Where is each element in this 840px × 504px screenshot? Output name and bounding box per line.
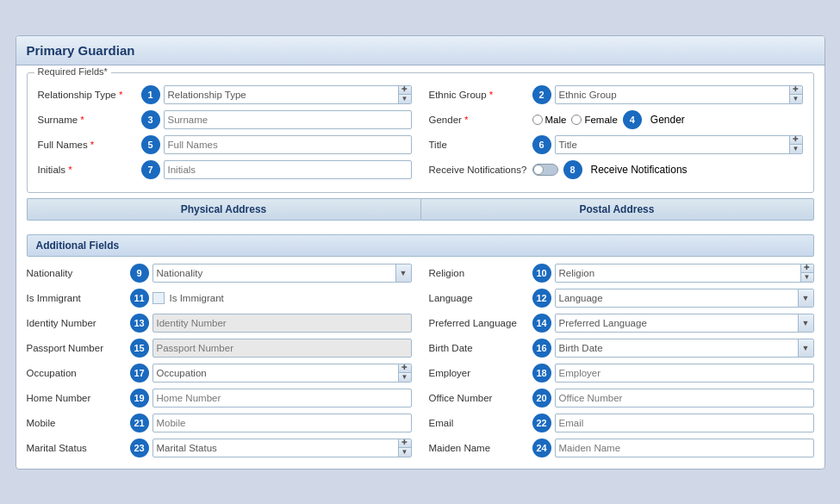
preferred-language-label: Preferred Language bbox=[429, 318, 532, 328]
is-immigrant-value: Is Immigrant bbox=[170, 293, 224, 303]
required-left-col: Relationship Type * 1 Relationship Type … bbox=[38, 84, 412, 184]
religion-dropdown[interactable]: Religion ✚ ▼ bbox=[555, 264, 814, 283]
initials-control[interactable]: 7 bbox=[141, 160, 412, 179]
gender-male-option[interactable]: Male bbox=[532, 115, 567, 125]
receive-notifications-toggle[interactable] bbox=[532, 164, 558, 176]
surname-row: Surname * 3 bbox=[38, 109, 412, 131]
occupation-add-btn[interactable]: ✚ bbox=[399, 364, 411, 374]
title-arrow-btn[interactable]: ▼ bbox=[790, 145, 802, 153]
badge-23: 23 bbox=[130, 439, 149, 457]
title-value: Title bbox=[556, 138, 789, 152]
language-dropdown[interactable]: Language ▼ bbox=[555, 289, 814, 308]
birth-date-control[interactable]: 16 Birth Date ▼ bbox=[532, 339, 814, 358]
preferred-language-dropdown[interactable]: Preferred Language ▼ bbox=[555, 314, 814, 333]
office-number-label: Office Number bbox=[429, 393, 532, 403]
badge-10: 10 bbox=[532, 264, 551, 283]
surname-control[interactable]: 3 bbox=[141, 110, 412, 129]
relationship-type-arrow-btn[interactable]: ▼ bbox=[399, 95, 411, 103]
birth-date-dropdown[interactable]: Birth Date ▼ bbox=[555, 339, 814, 358]
marital-status-add-btn[interactable]: ✚ bbox=[399, 439, 411, 449]
badge-7: 7 bbox=[141, 160, 160, 179]
employer-input[interactable] bbox=[555, 364, 814, 383]
postal-address-btn[interactable]: Postal Address bbox=[420, 198, 814, 221]
occupation-dd-btns: ✚ ▼ bbox=[398, 364, 411, 382]
nationality-dropdown[interactable]: Nationality ▼ bbox=[152, 264, 412, 283]
additional-fields-header: Additional Fields bbox=[27, 234, 814, 257]
religion-value: Religion bbox=[556, 266, 800, 280]
ethnic-group-row: Ethnic Group * 2 Ethnic Group ✚ ▼ bbox=[429, 84, 803, 106]
home-number-label: Home Number bbox=[27, 393, 130, 403]
birth-date-arrow[interactable]: ▼ bbox=[798, 339, 813, 357]
language-label: Language bbox=[429, 293, 532, 303]
is-immigrant-checkbox[interactable] bbox=[152, 292, 165, 304]
occupation-label: Occupation bbox=[27, 368, 130, 378]
badge-6: 6 bbox=[532, 135, 551, 154]
home-number-control[interactable]: 19 bbox=[130, 389, 412, 408]
maiden-name-control[interactable]: 24 bbox=[532, 439, 814, 457]
identity-number-control[interactable]: 13 bbox=[130, 314, 412, 333]
office-number-input[interactable] bbox=[555, 389, 814, 408]
gender-female-radio[interactable] bbox=[571, 115, 582, 125]
mobile-control[interactable]: 21 bbox=[130, 414, 412, 432]
nationality-control[interactable]: 9 Nationality ▼ bbox=[130, 264, 412, 283]
initials-input[interactable] bbox=[164, 160, 412, 179]
religion-control[interactable]: 10 Religion ✚ ▼ bbox=[532, 264, 814, 283]
identity-number-input[interactable] bbox=[152, 314, 412, 333]
additional-right-col: Religion 10 Religion ✚ ▼ L bbox=[429, 262, 814, 462]
preferred-language-row: Preferred Language 14 Preferred Language… bbox=[429, 312, 814, 334]
surname-input[interactable] bbox=[164, 110, 412, 129]
full-names-input[interactable] bbox=[164, 135, 412, 154]
receive-notifications-row: Receive Notifications? 8 Receive Notific… bbox=[429, 159, 803, 181]
nationality-arrow[interactable]: ▼ bbox=[395, 264, 411, 282]
identity-number-row: Identity Number 13 bbox=[27, 312, 412, 334]
marital-status-arrow-btn[interactable]: ▼ bbox=[399, 448, 411, 457]
preferred-language-arrow[interactable]: ▼ bbox=[798, 314, 813, 332]
relationship-type-add-btn[interactable]: ✚ bbox=[399, 86, 411, 96]
gender-row: Gender * Male Female bbox=[429, 109, 803, 131]
title-dropdown[interactable]: Title ✚ ▼ bbox=[555, 135, 803, 154]
marital-status-row: Marital Status 23 Marital Status ✚ ▼ bbox=[27, 437, 412, 459]
relationship-type-control[interactable]: 1 Relationship Type ✚ ▼ bbox=[141, 85, 412, 104]
email-input[interactable] bbox=[555, 414, 814, 432]
employer-control[interactable]: 18 bbox=[532, 364, 814, 383]
language-arrow[interactable]: ▼ bbox=[798, 289, 813, 307]
email-row: Email 22 bbox=[429, 412, 814, 434]
occupation-control[interactable]: 17 Occupation ✚ ▼ bbox=[130, 364, 412, 383]
ethnic-group-arrow-btn[interactable]: ▼ bbox=[790, 95, 802, 103]
passport-number-control[interactable]: 15 bbox=[130, 339, 412, 358]
full-names-label: Full Names * bbox=[38, 140, 141, 150]
religion-arrow-btn[interactable]: ▼ bbox=[801, 273, 813, 282]
title-control[interactable]: 6 Title ✚ ▼ bbox=[532, 135, 803, 154]
title-add-btn[interactable]: ✚ bbox=[790, 136, 802, 146]
title-label: Title bbox=[429, 140, 532, 150]
ethnic-group-control[interactable]: 2 Ethnic Group ✚ ▼ bbox=[532, 85, 803, 104]
ethnic-group-dropdown[interactable]: Ethnic Group ✚ ▼ bbox=[555, 85, 803, 104]
occupation-arrow-btn[interactable]: ▼ bbox=[399, 373, 411, 382]
office-number-control[interactable]: 20 bbox=[532, 389, 814, 408]
badge-22: 22 bbox=[532, 414, 551, 432]
badge-1: 1 bbox=[141, 85, 160, 104]
title-dd-btns: ✚ ▼ bbox=[789, 136, 802, 153]
relationship-type-dropdown[interactable]: Relationship Type ✚ ▼ bbox=[164, 85, 412, 104]
maiden-name-input[interactable] bbox=[555, 439, 814, 457]
email-control[interactable]: 22 bbox=[532, 414, 814, 432]
passport-number-input[interactable] bbox=[152, 339, 412, 358]
full-names-control[interactable]: 5 bbox=[141, 135, 412, 154]
birth-date-label: Birth Date bbox=[429, 343, 532, 353]
marital-status-dropdown[interactable]: Marital Status ✚ ▼ bbox=[152, 439, 412, 457]
relationship-type-label: Relationship Type * bbox=[38, 90, 141, 100]
language-control[interactable]: 12 Language ▼ bbox=[532, 289, 814, 308]
marital-status-control[interactable]: 23 Marital Status ✚ ▼ bbox=[130, 439, 412, 457]
physical-address-btn[interactable]: Physical Address bbox=[27, 198, 420, 221]
ethnic-group-add-btn[interactable]: ✚ bbox=[790, 86, 802, 96]
initials-label: Initials * bbox=[38, 165, 141, 175]
birth-date-value: Birth Date bbox=[556, 341, 798, 355]
badge-18: 18 bbox=[532, 364, 551, 383]
home-number-input[interactable] bbox=[152, 389, 412, 408]
gender-female-option[interactable]: Female bbox=[571, 115, 617, 125]
preferred-language-control[interactable]: 14 Preferred Language ▼ bbox=[532, 314, 814, 333]
mobile-input[interactable] bbox=[152, 414, 412, 432]
religion-add-btn[interactable]: ✚ bbox=[801, 264, 813, 274]
occupation-dropdown[interactable]: Occupation ✚ ▼ bbox=[152, 364, 412, 383]
gender-male-radio[interactable] bbox=[532, 115, 543, 125]
